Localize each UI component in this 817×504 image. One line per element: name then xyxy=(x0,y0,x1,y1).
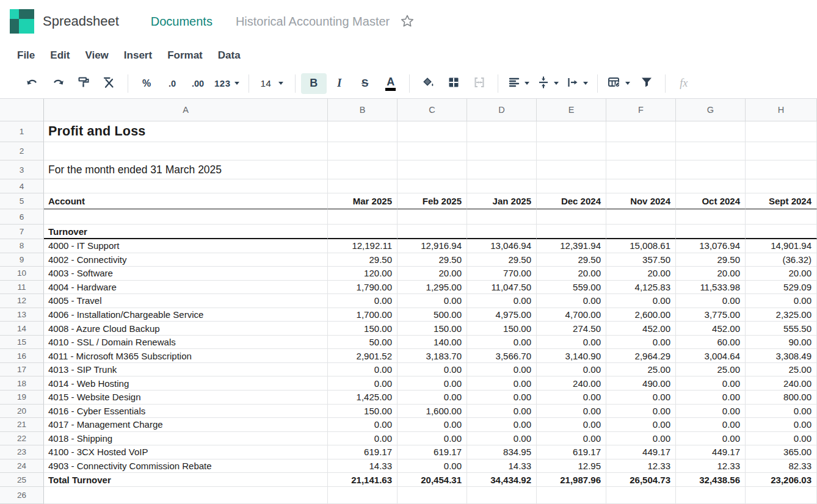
cell-B23[interactable]: 619.17 xyxy=(328,445,398,459)
cell-C22[interactable]: 0.00 xyxy=(398,432,467,446)
column-header-E[interactable]: E xyxy=(537,99,606,121)
cell-D25[interactable]: 34,434.92 xyxy=(467,473,537,487)
cell-G21[interactable]: 0.00 xyxy=(676,418,746,432)
cell-A4[interactable] xyxy=(44,179,328,193)
cell-E6[interactable] xyxy=(537,209,606,225)
cell-C14[interactable]: 150.00 xyxy=(398,322,467,336)
cell-G4[interactable] xyxy=(676,179,746,193)
cell-D21[interactable]: 0.00 xyxy=(467,418,537,432)
cell-B2[interactable] xyxy=(328,142,398,160)
cell-C6[interactable] xyxy=(398,209,467,225)
cell-C19[interactable]: 0.00 xyxy=(398,391,467,405)
column-header-H[interactable]: H xyxy=(746,99,817,121)
cell-D23[interactable]: 834.95 xyxy=(467,445,537,459)
cell-F14[interactable]: 452.00 xyxy=(606,322,676,336)
cell-C11[interactable]: 1,295.00 xyxy=(398,281,467,295)
cell-B18[interactable]: 0.00 xyxy=(328,376,398,391)
percent-format-button[interactable]: % xyxy=(134,73,159,94)
cell-C16[interactable]: 3,183.70 xyxy=(398,349,467,363)
cell-G25[interactable]: 32,438.56 xyxy=(676,473,746,487)
cell-C17[interactable]: 0.00 xyxy=(398,363,467,377)
cell-B14[interactable]: 150.00 xyxy=(328,322,398,336)
cell-B22[interactable]: 0.00 xyxy=(328,432,398,446)
cell-G19[interactable]: 0.00 xyxy=(676,391,746,405)
cell-D9[interactable]: 29.50 xyxy=(467,253,537,267)
cell-H19[interactable]: 800.00 xyxy=(746,391,817,405)
cell-G14[interactable]: 452.00 xyxy=(676,322,746,336)
cell-B4[interactable] xyxy=(328,179,398,193)
cell-D8[interactable]: 13,046.94 xyxy=(467,239,537,253)
cell-A19[interactable]: 4015 - Website Design xyxy=(44,391,328,405)
cell-A17[interactable]: 4013 - SIP Trunk xyxy=(44,363,328,377)
cell-H2[interactable] xyxy=(746,142,817,160)
cell-G13[interactable]: 3,775.00 xyxy=(676,308,746,322)
cell-C1[interactable] xyxy=(398,121,467,142)
cell-A3[interactable]: For the month ended 31 March 2025 xyxy=(44,160,328,179)
cell-F5[interactable]: Nov 2024 xyxy=(606,193,676,209)
cell-G26[interactable] xyxy=(676,487,746,504)
bold-button[interactable]: B xyxy=(301,73,327,94)
cell-C2[interactable] xyxy=(398,142,467,160)
cell-A26[interactable] xyxy=(44,487,328,504)
text-direction-button[interactable] xyxy=(562,73,592,94)
cell-B8[interactable]: 12,192.11 xyxy=(328,239,398,253)
cell-F19[interactable]: 0.00 xyxy=(606,391,676,405)
cell-H18[interactable]: 240.00 xyxy=(746,376,817,391)
cell-D17[interactable]: 0.00 xyxy=(467,363,537,377)
menu-item-3[interactable]: Insert xyxy=(124,49,152,62)
redo-button[interactable] xyxy=(45,73,71,94)
cell-H7[interactable] xyxy=(746,225,817,239)
row-header-22[interactable]: 22 xyxy=(0,432,44,446)
row-header-24[interactable]: 24 xyxy=(0,459,44,473)
cell-F21[interactable]: 0.00 xyxy=(606,418,676,432)
cell-E8[interactable]: 12,391.94 xyxy=(537,239,606,253)
cell-F11[interactable]: 4,125.83 xyxy=(606,281,676,295)
column-header-A[interactable]: A xyxy=(44,99,328,121)
paint-format-button[interactable] xyxy=(71,73,96,94)
cell-B26[interactable] xyxy=(328,487,398,504)
select-all-corner[interactable] xyxy=(0,99,44,121)
cell-E20[interactable]: 0.00 xyxy=(537,405,606,419)
row-header-10[interactable]: 10 xyxy=(0,267,44,281)
row-header-25[interactable]: 25 xyxy=(0,473,44,487)
cell-E2[interactable] xyxy=(537,142,606,160)
cell-H25[interactable]: 23,206.03 xyxy=(746,473,817,487)
undo-button[interactable] xyxy=(20,73,45,94)
cell-G18[interactable]: 0.00 xyxy=(676,376,746,391)
cell-F8[interactable]: 15,008.61 xyxy=(606,239,676,253)
cell-B16[interactable]: 2,901.52 xyxy=(328,349,398,363)
row-header-23[interactable]: 23 xyxy=(0,445,44,459)
cell-D24[interactable]: 14.33 xyxy=(467,459,537,473)
cell-A22[interactable]: 4018 - Shipping xyxy=(44,432,328,446)
cell-A16[interactable]: 4011 - Microsoft M365 Subscription xyxy=(44,349,328,363)
cell-E4[interactable] xyxy=(537,179,606,193)
cell-A6[interactable] xyxy=(44,209,328,225)
cell-H9[interactable]: (36.32) xyxy=(746,253,817,267)
cell-E22[interactable]: 0.00 xyxy=(537,432,606,446)
row-header-26[interactable]: 26 xyxy=(0,487,44,504)
cell-A10[interactable]: 4003 - Software xyxy=(44,267,328,281)
cell-G8[interactable]: 13,076.94 xyxy=(676,239,746,253)
cell-E17[interactable]: 0.00 xyxy=(537,363,606,377)
row-header-18[interactable]: 18 xyxy=(0,376,44,391)
cell-B7[interactable] xyxy=(328,225,398,239)
cell-C5[interactable]: Feb 2025 xyxy=(398,193,467,209)
cell-G15[interactable]: 60.00 xyxy=(676,336,746,350)
cell-C7[interactable] xyxy=(398,225,467,239)
font-size-selector[interactable]: 14 xyxy=(255,73,289,94)
row-header-12[interactable]: 12 xyxy=(0,294,44,308)
cell-A18[interactable]: 4014 - Web Hosting xyxy=(44,376,328,391)
cell-A12[interactable]: 4005 - Travel xyxy=(44,294,328,308)
cell-G22[interactable]: 0.00 xyxy=(676,432,746,446)
cell-H5[interactable]: Sept 2024 xyxy=(746,193,817,209)
row-header-6[interactable]: 6 xyxy=(0,209,44,225)
documents-link[interactable]: Documents xyxy=(151,15,212,29)
row-header-1[interactable]: 1 xyxy=(0,121,44,142)
cell-F2[interactable] xyxy=(606,142,676,160)
cell-H8[interactable]: 14,901.94 xyxy=(746,239,817,253)
cell-C12[interactable]: 0.00 xyxy=(398,294,467,308)
cell-A9[interactable]: 4002 - Connectivity xyxy=(44,253,328,267)
cell-G11[interactable]: 11,533.98 xyxy=(676,281,746,295)
column-header-C[interactable]: C xyxy=(398,99,467,121)
cell-H14[interactable]: 555.50 xyxy=(746,322,817,336)
